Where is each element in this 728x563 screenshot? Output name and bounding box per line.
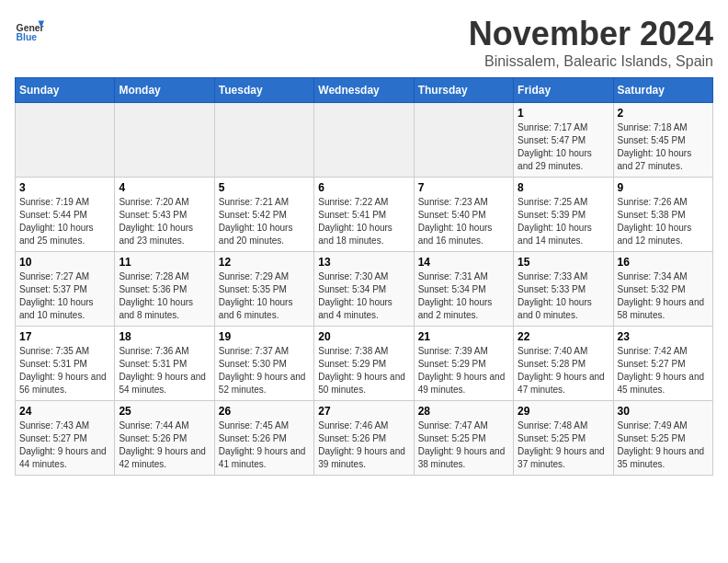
day-number: 19 — [219, 330, 310, 343]
day-number: 13 — [318, 256, 409, 269]
day-info: Sunrise: 7:42 AM Sunset: 5:27 PM Dayligh… — [618, 345, 709, 396]
column-header-tuesday: Tuesday — [214, 78, 313, 103]
day-info: Sunrise: 7:20 AM Sunset: 5:43 PM Dayligh… — [119, 196, 210, 247]
day-cell: 4Sunrise: 7:20 AM Sunset: 5:43 PM Daylig… — [115, 178, 214, 252]
day-number: 23 — [618, 330, 709, 343]
day-info: Sunrise: 7:28 AM Sunset: 5:36 PM Dayligh… — [119, 270, 210, 322]
day-number: 1 — [518, 107, 609, 120]
day-info: Sunrise: 7:39 AM Sunset: 5:29 PM Dayligh… — [418, 345, 509, 396]
day-cell — [16, 103, 115, 178]
day-info: Sunrise: 7:40 AM Sunset: 5:28 PM Dayligh… — [518, 345, 609, 396]
day-cell: 12Sunrise: 7:29 AM Sunset: 5:35 PM Dayli… — [214, 252, 313, 327]
day-cell: 28Sunrise: 7:47 AM Sunset: 5:25 PM Dayli… — [414, 401, 513, 476]
day-cell: 1Sunrise: 7:17 AM Sunset: 5:47 PM Daylig… — [514, 103, 613, 178]
day-number: 20 — [318, 330, 409, 343]
day-number: 29 — [518, 405, 609, 418]
day-number: 27 — [318, 405, 409, 418]
day-info: Sunrise: 7:17 AM Sunset: 5:47 PM Dayligh… — [518, 121, 609, 173]
day-number: 9 — [618, 181, 709, 194]
week-row-1: 1Sunrise: 7:17 AM Sunset: 5:47 PM Daylig… — [16, 103, 713, 178]
day-cell: 15Sunrise: 7:33 AM Sunset: 5:33 PM Dayli… — [514, 252, 613, 327]
day-number: 21 — [418, 330, 509, 343]
day-cell: 23Sunrise: 7:42 AM Sunset: 5:27 PM Dayli… — [613, 327, 712, 401]
day-cell: 21Sunrise: 7:39 AM Sunset: 5:29 PM Dayli… — [414, 327, 513, 401]
day-info: Sunrise: 7:35 AM Sunset: 5:31 PM Dayligh… — [19, 345, 110, 396]
week-row-2: 3Sunrise: 7:19 AM Sunset: 5:44 PM Daylig… — [16, 178, 713, 252]
day-info: Sunrise: 7:34 AM Sunset: 5:32 PM Dayligh… — [618, 270, 709, 322]
day-number: 30 — [618, 405, 709, 418]
logo-icon: General Blue — [15, 15, 44, 44]
day-info: Sunrise: 7:30 AM Sunset: 5:34 PM Dayligh… — [318, 270, 409, 322]
day-number: 15 — [518, 256, 609, 269]
day-cell: 5Sunrise: 7:21 AM Sunset: 5:42 PM Daylig… — [214, 178, 313, 252]
day-info: Sunrise: 7:38 AM Sunset: 5:29 PM Dayligh… — [318, 345, 409, 396]
day-cell: 29Sunrise: 7:48 AM Sunset: 5:25 PM Dayli… — [514, 401, 613, 476]
day-cell: 25Sunrise: 7:44 AM Sunset: 5:26 PM Dayli… — [115, 401, 214, 476]
day-info: Sunrise: 7:33 AM Sunset: 5:33 PM Dayligh… — [518, 270, 609, 322]
column-header-thursday: Thursday — [414, 78, 513, 103]
day-info: Sunrise: 7:36 AM Sunset: 5:31 PM Dayligh… — [119, 345, 210, 396]
day-cell: 22Sunrise: 7:40 AM Sunset: 5:28 PM Dayli… — [514, 327, 613, 401]
day-cell: 18Sunrise: 7:36 AM Sunset: 5:31 PM Dayli… — [115, 327, 214, 401]
day-info: Sunrise: 7:44 AM Sunset: 5:26 PM Dayligh… — [119, 419, 210, 471]
day-info: Sunrise: 7:23 AM Sunset: 5:40 PM Dayligh… — [418, 196, 509, 247]
day-number: 6 — [318, 181, 409, 194]
day-number: 16 — [618, 256, 709, 269]
day-number: 10 — [19, 256, 110, 269]
day-number: 2 — [618, 107, 709, 120]
day-cell: 16Sunrise: 7:34 AM Sunset: 5:32 PM Dayli… — [613, 252, 712, 327]
day-info: Sunrise: 7:21 AM Sunset: 5:42 PM Dayligh… — [219, 196, 310, 247]
week-row-5: 24Sunrise: 7:43 AM Sunset: 5:27 PM Dayli… — [16, 401, 713, 476]
column-header-monday: Monday — [115, 78, 214, 103]
day-cell: 2Sunrise: 7:18 AM Sunset: 5:45 PM Daylig… — [613, 103, 712, 178]
day-info: Sunrise: 7:31 AM Sunset: 5:34 PM Dayligh… — [418, 270, 509, 322]
column-header-wednesday: Wednesday — [314, 78, 414, 103]
day-info: Sunrise: 7:25 AM Sunset: 5:39 PM Dayligh… — [518, 196, 609, 247]
column-header-saturday: Saturday — [613, 78, 712, 103]
day-number: 8 — [518, 181, 609, 194]
day-cell: 19Sunrise: 7:37 AM Sunset: 5:30 PM Dayli… — [214, 327, 313, 401]
week-row-4: 17Sunrise: 7:35 AM Sunset: 5:31 PM Dayli… — [16, 327, 713, 401]
day-number: 14 — [418, 256, 509, 269]
day-cell: 27Sunrise: 7:46 AM Sunset: 5:26 PM Dayli… — [314, 401, 414, 476]
day-number: 28 — [418, 405, 509, 418]
main-title: November 2024 — [469, 15, 713, 53]
day-number: 7 — [418, 181, 509, 194]
day-info: Sunrise: 7:19 AM Sunset: 5:44 PM Dayligh… — [19, 196, 110, 247]
day-info: Sunrise: 7:47 AM Sunset: 5:25 PM Dayligh… — [418, 419, 509, 471]
day-info: Sunrise: 7:27 AM Sunset: 5:37 PM Dayligh… — [19, 270, 110, 322]
day-number: 18 — [119, 330, 210, 343]
day-info: Sunrise: 7:43 AM Sunset: 5:27 PM Dayligh… — [19, 419, 110, 471]
day-number: 26 — [219, 405, 310, 418]
logo: General Blue — [15, 15, 44, 44]
day-number: 25 — [119, 405, 210, 418]
column-header-friday: Friday — [514, 78, 613, 103]
day-cell: 7Sunrise: 7:23 AM Sunset: 5:40 PM Daylig… — [414, 178, 513, 252]
title-section: November 2024 Binissalem, Balearic Islan… — [469, 15, 713, 70]
day-info: Sunrise: 7:49 AM Sunset: 5:25 PM Dayligh… — [618, 419, 709, 471]
day-cell: 20Sunrise: 7:38 AM Sunset: 5:29 PM Dayli… — [314, 327, 414, 401]
day-cell — [314, 103, 414, 178]
header: General Blue November 2024 Binissalem, B… — [15, 15, 713, 70]
day-cell — [414, 103, 513, 178]
svg-text:Blue: Blue — [17, 32, 38, 42]
day-number: 11 — [119, 256, 210, 269]
day-number: 12 — [219, 256, 310, 269]
day-cell: 17Sunrise: 7:35 AM Sunset: 5:31 PM Dayli… — [16, 327, 115, 401]
calendar-table: SundayMondayTuesdayWednesdayThursdayFrid… — [15, 77, 713, 476]
day-cell: 13Sunrise: 7:30 AM Sunset: 5:34 PM Dayli… — [314, 252, 414, 327]
week-row-3: 10Sunrise: 7:27 AM Sunset: 5:37 PM Dayli… — [16, 252, 713, 327]
day-info: Sunrise: 7:26 AM Sunset: 5:38 PM Dayligh… — [618, 196, 709, 247]
day-cell: 14Sunrise: 7:31 AM Sunset: 5:34 PM Dayli… — [414, 252, 513, 327]
day-info: Sunrise: 7:48 AM Sunset: 5:25 PM Dayligh… — [518, 419, 609, 471]
column-header-sunday: Sunday — [16, 78, 115, 103]
day-info: Sunrise: 7:29 AM Sunset: 5:35 PM Dayligh… — [219, 270, 310, 322]
day-number: 4 — [119, 181, 210, 194]
day-number: 24 — [19, 405, 110, 418]
day-cell: 8Sunrise: 7:25 AM Sunset: 5:39 PM Daylig… — [514, 178, 613, 252]
day-info: Sunrise: 7:45 AM Sunset: 5:26 PM Dayligh… — [219, 419, 310, 471]
day-cell: 26Sunrise: 7:45 AM Sunset: 5:26 PM Dayli… — [214, 401, 313, 476]
day-info: Sunrise: 7:46 AM Sunset: 5:26 PM Dayligh… — [318, 419, 409, 471]
day-cell: 9Sunrise: 7:26 AM Sunset: 5:38 PM Daylig… — [613, 178, 712, 252]
day-cell: 11Sunrise: 7:28 AM Sunset: 5:36 PM Dayli… — [115, 252, 214, 327]
